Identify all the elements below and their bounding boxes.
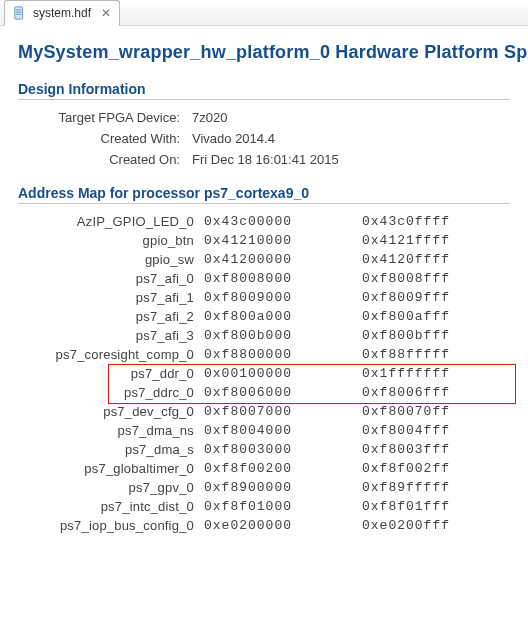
addr-row-start: 0x43c00000 <box>204 214 352 229</box>
info-value: 7z020 <box>192 110 510 125</box>
addr-row-start: 0xf8f01000 <box>204 499 352 514</box>
addr-row-name: ps7_afi_3 <box>18 328 194 343</box>
addr-row-start: 0xf8003000 <box>204 442 352 457</box>
info-value: Fri Dec 18 16:01:41 2015 <box>192 152 510 167</box>
addr-row-start: 0xe0200000 <box>204 518 352 533</box>
addr-row-name: ps7_iop_bus_config_0 <box>18 518 194 533</box>
svg-rect-3 <box>16 14 21 15</box>
content-area: MySystem_wrapper_hw_platform_0 Hardware … <box>0 26 528 643</box>
addr-row-end: 0x4120ffff <box>362 252 510 267</box>
addr-row-start: 0xf8007000 <box>204 404 352 419</box>
addr-row-end: 0xf8008fff <box>362 271 510 286</box>
address-map-list: AzIP_GPIO_LED_00x43c000000x43c0ffffgpio_… <box>18 214 510 533</box>
info-label: Created With: <box>20 131 180 146</box>
addr-row-end: 0xf88fffff <box>362 347 510 362</box>
addr-row-start: 0xf8800000 <box>204 347 352 362</box>
addr-row-start: 0xf8006000 <box>204 385 352 400</box>
divider <box>18 99 510 100</box>
addr-row-name: ps7_dma_s <box>18 442 194 457</box>
addr-row-name: AzIP_GPIO_LED_0 <box>18 214 194 229</box>
addr-row-start: 0x41210000 <box>204 233 352 248</box>
addr-row-start: 0xf8004000 <box>204 423 352 438</box>
addr-row-name: ps7_intc_dist_0 <box>18 499 194 514</box>
addr-row-name: ps7_coresight_comp_0 <box>18 347 194 362</box>
tab-label: system.hdf <box>33 6 91 20</box>
addr-row-start: 0x00100000 <box>204 366 352 381</box>
addr-row-end: 0xe0200fff <box>362 518 510 533</box>
tab-system-hdf[interactable]: system.hdf ✕ <box>4 0 120 26</box>
info-value: Vivado 2014.4 <box>192 131 510 146</box>
page-title: MySystem_wrapper_hw_platform_0 Hardware … <box>18 42 510 63</box>
addr-row-end: 0xf8009fff <box>362 290 510 305</box>
addr-row-name: ps7_globaltimer_0 <box>18 461 194 476</box>
addr-row-name: ps7_gpv_0 <box>18 480 194 495</box>
design-info-heading: Design Information <box>18 81 510 97</box>
addr-row-end: 0xf8f01fff <box>362 499 510 514</box>
addr-row-end: 0x1fffffff <box>362 366 510 381</box>
addr-row-start: 0xf8900000 <box>204 480 352 495</box>
addr-row-end: 0xf8006fff <box>362 385 510 400</box>
addr-row-name: ps7_afi_1 <box>18 290 194 305</box>
addr-row-start: 0xf8009000 <box>204 290 352 305</box>
file-icon <box>13 6 27 20</box>
addr-row-start: 0xf800b000 <box>204 328 352 343</box>
addr-row-start: 0x41200000 <box>204 252 352 267</box>
addr-row-name: ps7_afi_0 <box>18 271 194 286</box>
addr-row-name: ps7_afi_2 <box>18 309 194 324</box>
addr-row-end: 0xf8f002ff <box>362 461 510 476</box>
svg-rect-2 <box>16 12 21 13</box>
addr-row-name: ps7_dma_ns <box>18 423 194 438</box>
design-info-grid: Target FPGA Device:7z020Created With:Viv… <box>20 110 510 167</box>
addr-row-start: 0xf8f00200 <box>204 461 352 476</box>
addr-row-start: 0xf800a000 <box>204 309 352 324</box>
addr-row-end: 0xf89fffff <box>362 480 510 495</box>
svg-rect-1 <box>16 10 21 11</box>
addr-row-end: 0xf8004fff <box>362 423 510 438</box>
addr-row-start: 0xf8008000 <box>204 271 352 286</box>
svg-rect-0 <box>15 7 23 19</box>
addr-row-name: ps7_ddrc_0 <box>18 385 194 400</box>
addr-row-end: 0x4121ffff <box>362 233 510 248</box>
addr-row-end: 0xf8003fff <box>362 442 510 457</box>
addr-row-end: 0x43c0ffff <box>362 214 510 229</box>
addr-row-name: ps7_dev_cfg_0 <box>18 404 194 419</box>
addr-row-name: gpio_sw <box>18 252 194 267</box>
addr-row-end: 0xf80070ff <box>362 404 510 419</box>
address-map-heading: Address Map for processor ps7_cortexa9_0 <box>18 185 510 201</box>
close-icon[interactable]: ✕ <box>101 6 111 20</box>
info-label: Target FPGA Device: <box>20 110 180 125</box>
info-label: Created On: <box>20 152 180 167</box>
addr-row-end: 0xf800afff <box>362 309 510 324</box>
addr-row-end: 0xf800bfff <box>362 328 510 343</box>
addr-row-name: ps7_ddr_0 <box>18 366 194 381</box>
addr-row-name: gpio_btn <box>18 233 194 248</box>
tab-bar: system.hdf ✕ <box>0 0 528 26</box>
divider <box>18 203 510 204</box>
